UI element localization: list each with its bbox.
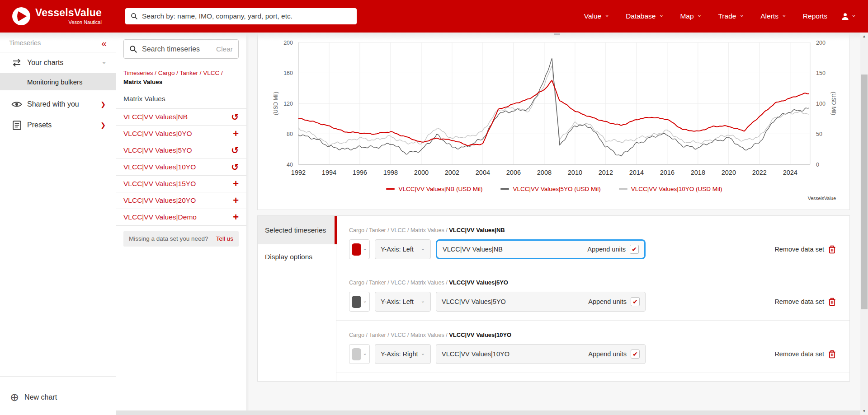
nav-item[interactable]: Trade ⌄ [718,12,744,20]
list-item[interactable]: VLCC|VV Values|NB ↺ [116,109,246,126]
legend-item[interactable]: VLCC|VV Values|NB (USD Mil) [386,186,482,192]
nav-item[interactable]: Alerts ⌄ [760,12,787,20]
append-units-checkbox[interactable]: ✔ [630,245,639,254]
timeseries-search-input[interactable]: Search timeseries Clear [123,39,239,59]
svg-text:2006: 2006 [506,169,521,176]
list-item[interactable]: VLCC|VV Values|0YO + [116,126,246,142]
svg-text:2004: 2004 [476,169,490,176]
sidebar-section-label: Timeseries [0,33,116,52]
y-axis-select[interactable]: Y-Axis: Right ⌄ [375,344,431,364]
dataset-name-input[interactable]: VLCC|VV Values|NB Append units ✔ [436,239,646,259]
append-units-checkbox[interactable]: ✔ [631,350,640,359]
remove-dataset-button[interactable]: Remove data set [774,350,836,359]
timeseries-chart: 2001601208040200150100500199219941996199… [258,33,850,210]
plus-circle-icon: ⊕ [10,391,19,404]
trash-icon[interactable] [828,298,836,306]
y-axis-select[interactable]: Y-Axis: Left ⌄ [375,292,431,312]
vesselsvalue-logo-icon [12,7,31,26]
svg-text:2010: 2010 [568,169,582,176]
svg-text:2018: 2018 [691,169,705,176]
legend-item[interactable]: VLCC|VV Values|5YO (USD Mil) [500,186,600,192]
page-scrollbar[interactable]: ▲ ▼ [860,33,868,415]
list-item[interactable]: VLCC|VV Values|15YO + [116,176,246,192]
dataset-name-input[interactable]: VLCC|VV Values|5YO Append units ✔ [436,292,646,312]
chevron-down-icon: ⌄ [659,14,664,17]
dataset-name-input[interactable]: VLCC|VV Values|10YO Append units ✔ [436,344,646,364]
y-axis-select[interactable]: Y-Axis: Left ⌄ [375,239,431,259]
list-item[interactable]: VLCC|VV Values|Demo + [116,209,246,226]
sidebar-item-your-charts[interactable]: Your charts ⌄ [0,52,116,73]
svg-text:2022: 2022 [752,169,767,176]
config-rows: Cargo / Tanker / VLCC / Matrix Values / … [336,216,849,381]
svg-text:1996: 1996 [353,169,367,176]
legend-swatch [619,188,627,190]
eye-icon [11,101,23,108]
list-item[interactable]: VLCC|VV Values|5YO ↺ [116,142,246,159]
remove-dataset-button[interactable]: Remove data set [774,298,836,306]
svg-text:160: 160 [283,70,293,76]
chevron-down-icon: ⌄ [363,298,367,304]
chevron-down-icon: ⌄ [421,298,425,304]
dataset-breadcrumb: Cargo / Tanker / VLCC / Matrix Values / … [349,227,836,233]
color-swatch [352,348,361,360]
svg-text:200: 200 [816,40,826,46]
list-item[interactable]: VLCC|VV Values|10YO ↺ [116,159,246,176]
remove-dataset-button[interactable]: Remove data set [774,245,836,254]
person-icon [841,12,849,21]
chevron-down-icon: ⌄ [697,14,702,17]
tab-display-options[interactable]: Display options [258,244,336,269]
svg-text:2016: 2016 [660,169,675,176]
tab-selected-timeseries[interactable]: Selected timeseries [258,216,336,244]
svg-text:2000: 2000 [414,169,429,176]
undo-icon[interactable]: ↺ [231,112,239,122]
nav-item[interactable]: Database ⌄ [626,12,664,20]
timeseries-list: VLCC|VV Values|NB ↺ VLCC|VV Values|0YO +… [116,108,246,226]
vesselsvalue-app: VesselsValue Veson Nautical Search by: n… [0,0,868,415]
scroll-down-icon[interactable]: ▼ [860,407,868,415]
scrollbar-thumb[interactable] [861,75,868,309]
global-search-input[interactable]: Search by: name, IMO, company, yard, por… [125,8,357,24]
legend-item[interactable]: VLCC|VV Values|10YO (USD Mil) [619,186,722,192]
append-units-checkbox[interactable]: ✔ [631,297,640,306]
trash-icon[interactable] [828,245,836,254]
tell-us-link[interactable]: Tell us [216,235,233,242]
chevron-down-icon: ⌄ [739,14,744,17]
dataset-config-card: Selected timeseries Display options Carg… [257,215,850,382]
color-swatch-dropdown[interactable]: ⌄ [349,344,370,364]
dataset-breadcrumb: Cargo / Tanker / VLCC / Matrix Values / … [349,331,836,338]
chevron-down-icon: ⌄ [363,246,367,252]
nav-item[interactable]: Reports [803,12,827,20]
breadcrumb-links[interactable]: Timeseries / Cargo / Tanker / VLCC / [123,70,223,76]
svg-text:0: 0 [816,162,819,168]
new-chart-button[interactable]: ⊕ New chart [0,387,116,408]
sidebar-item-shared-with-you[interactable]: Shared with you ❯ [0,94,116,115]
chevron-down-icon: ⌄ [421,350,425,356]
config-tabs: Selected timeseries Display options [258,216,336,381]
nav-item[interactable]: Value ⌄ [584,12,609,20]
sidebar-item-monitoring-bulkers[interactable]: Monitoring bulkers [0,73,116,90]
chevron-right-icon: ❯ [100,121,106,129]
active-tab-indicator [335,216,337,244]
undo-icon[interactable]: ↺ [231,162,239,173]
timeseries-search-placeholder: Search timeseries [142,45,212,53]
undo-icon[interactable]: ↺ [231,145,239,156]
sidebar-item-presets[interactable]: Presets ❯ [0,115,116,135]
color-swatch-dropdown[interactable]: ⌄ [349,239,370,259]
trash-icon[interactable] [828,350,836,359]
clear-search-button[interactable]: Clear [216,45,233,53]
dataset-breadcrumb: Cargo / Tanker / VLCC / Matrix Values / … [349,279,836,286]
collapse-sidebar-icon[interactable]: « [101,38,107,49]
svg-text:2012: 2012 [599,169,613,176]
color-swatch-dropdown[interactable]: ⌄ [349,292,370,312]
brand-subtitle: Veson Nautical [69,19,102,25]
user-menu[interactable]: ⌄ [841,12,856,21]
nav-item[interactable]: Map ⌄ [680,12,702,20]
breadcrumb: Timeseries / Cargo / Tanker / VLCC / Mat… [123,69,239,87]
svg-text:1994: 1994 [322,169,336,176]
scroll-up-icon[interactable]: ▲ [860,33,868,40]
svg-text:2024: 2024 [783,169,797,176]
svg-text:(USD Mil): (USD Mil) [273,92,279,115]
vesselsvalue-logo[interactable]: VesselsValue Veson Nautical [12,7,102,26]
list-item[interactable]: VLCC|VV Values|20YO + [116,192,246,209]
chevron-down-icon: ⌄ [421,246,425,252]
